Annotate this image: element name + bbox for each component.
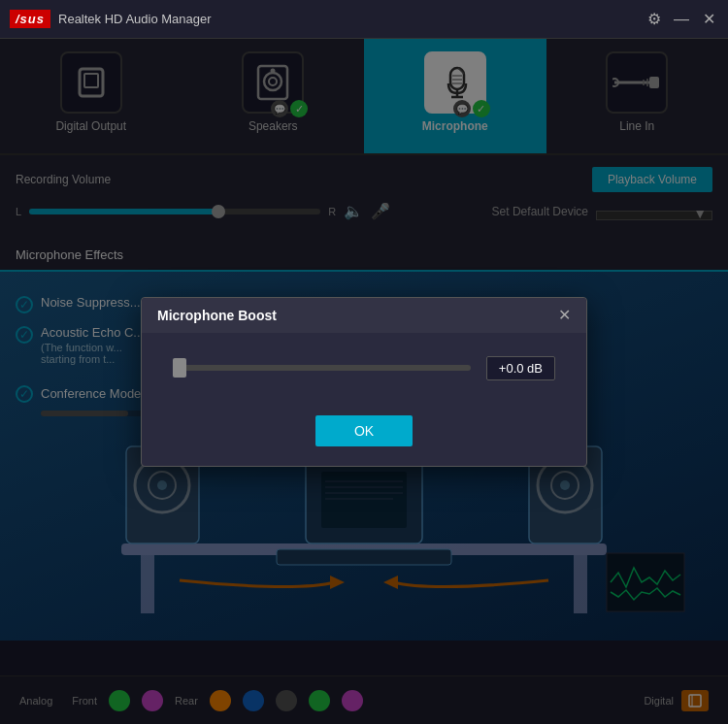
close-button[interactable]: ✕ xyxy=(699,12,718,27)
boost-slider-row: +0.0 dB xyxy=(173,356,555,380)
boost-value-display: +0.0 dB xyxy=(486,356,555,380)
dialog-title: Microphone Boost xyxy=(157,308,277,323)
dialog-footer: OK xyxy=(142,404,586,466)
microphone-boost-dialog: Microphone Boost ✕ +0.0 dB OK xyxy=(141,297,587,467)
dialog-header: Microphone Boost ✕ xyxy=(142,298,586,333)
asus-logo: /sus xyxy=(10,10,50,28)
window-controls: ⚙ — ✕ xyxy=(645,12,718,27)
dialog-body: +0.0 dB xyxy=(142,333,586,404)
boost-slider-track[interactable] xyxy=(173,365,471,371)
dialog-overlay: Microphone Boost ✕ +0.0 dB OK xyxy=(0,39,728,724)
dialog-close-button[interactable]: ✕ xyxy=(558,308,571,323)
app-logo-area: /sus Realtek HD Audio Manager xyxy=(10,10,212,28)
settings-button[interactable]: ⚙ xyxy=(645,12,664,27)
minimize-button[interactable]: — xyxy=(672,12,691,27)
app-title: Realtek HD Audio Manager xyxy=(58,12,212,26)
boost-slider-thumb[interactable] xyxy=(173,358,186,378)
ok-button[interactable]: OK xyxy=(315,415,413,446)
title-bar: /sus Realtek HD Audio Manager ⚙ — ✕ xyxy=(0,0,728,39)
